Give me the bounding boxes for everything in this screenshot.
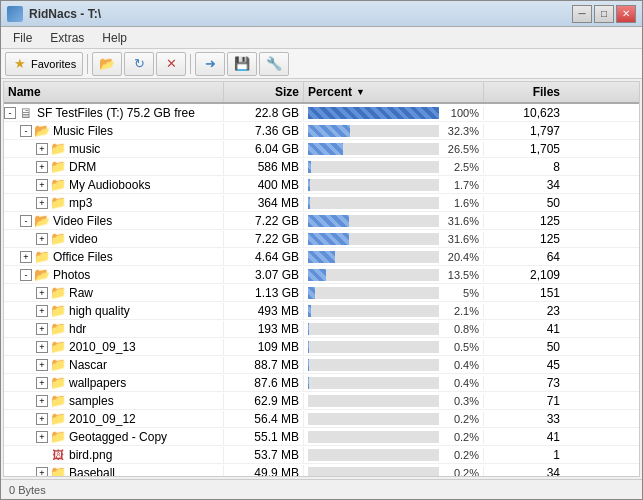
row-percent: 5% bbox=[304, 286, 484, 300]
table-row[interactable]: +📁2010_09_1256.4 MB0.2%33 bbox=[4, 410, 639, 428]
row-files: 50 bbox=[484, 195, 564, 211]
save-button[interactable]: 💾 bbox=[227, 52, 257, 76]
tree-expander[interactable]: + bbox=[36, 467, 48, 478]
row-files: 33 bbox=[484, 411, 564, 427]
tree-expander[interactable]: + bbox=[36, 179, 48, 191]
tree-expander[interactable]: + bbox=[36, 161, 48, 173]
percent-bar-fill bbox=[308, 251, 335, 263]
menu-file[interactable]: File bbox=[5, 29, 40, 47]
row-percent: 0.4% bbox=[304, 358, 484, 372]
menu-extras[interactable]: Extras bbox=[42, 29, 92, 47]
percent-text: 2.1% bbox=[443, 305, 479, 317]
refresh-icon: ↻ bbox=[131, 56, 147, 72]
row-label: Video Files bbox=[53, 214, 112, 228]
tree-expander[interactable]: + bbox=[36, 197, 48, 209]
header-percent[interactable]: Percent ▼ bbox=[304, 82, 484, 102]
stop-button[interactable]: ✕ bbox=[156, 52, 186, 76]
tree-expander[interactable]: + bbox=[36, 143, 48, 155]
drive-icon: 🖥 bbox=[18, 107, 34, 119]
row-files: 125 bbox=[484, 231, 564, 247]
row-percent: 26.5% bbox=[304, 142, 484, 156]
settings-button[interactable]: 🔧 bbox=[259, 52, 289, 76]
tree-expander[interactable]: - bbox=[20, 215, 32, 227]
row-size: 1.13 GB bbox=[224, 285, 304, 301]
percent-text: 0.4% bbox=[443, 377, 479, 389]
row-size: 49.9 MB bbox=[224, 465, 304, 478]
tree-expander[interactable]: - bbox=[20, 125, 32, 137]
row-size: 6.04 GB bbox=[224, 141, 304, 157]
table-row[interactable]: +📁Nascar88.7 MB0.4%45 bbox=[4, 356, 639, 374]
table-row[interactable]: +📁DRM586 MB2.5%8 bbox=[4, 158, 639, 176]
tree-expander[interactable]: + bbox=[36, 233, 48, 245]
percent-bar-fill bbox=[308, 341, 309, 353]
percent-text: 0.2% bbox=[443, 467, 479, 478]
rows-container: -🖥SF TestFiles (T:) 75.2 GB free22.8 GB1… bbox=[4, 104, 639, 477]
header-files[interactable]: Files bbox=[484, 82, 564, 102]
app-icon bbox=[7, 6, 23, 22]
row-percent: 2.1% bbox=[304, 304, 484, 318]
percent-text: 0.2% bbox=[443, 413, 479, 425]
percent-text: 0.3% bbox=[443, 395, 479, 407]
tree-expander[interactable]: + bbox=[36, 395, 48, 407]
tree-expander[interactable]: - bbox=[20, 269, 32, 281]
table-row[interactable]: +📁Raw1.13 GB5%151 bbox=[4, 284, 639, 302]
table-row[interactable]: -🖥SF TestFiles (T:) 75.2 GB free22.8 GB1… bbox=[4, 104, 639, 122]
table-row[interactable]: +📁video7.22 GB31.6%125 bbox=[4, 230, 639, 248]
percent-bar-fill bbox=[308, 215, 349, 227]
minimize-button[interactable]: ─ bbox=[572, 5, 592, 23]
close-button[interactable]: ✕ bbox=[616, 5, 636, 23]
table-row[interactable]: 🖼bird.png53.7 MB0.2%1 bbox=[4, 446, 639, 464]
header-size[interactable]: Size bbox=[224, 82, 304, 102]
percent-bar bbox=[308, 359, 439, 371]
percent-bar bbox=[308, 269, 439, 281]
menu-help[interactable]: Help bbox=[94, 29, 135, 47]
table-row[interactable]: +📁mp3364 MB1.6%50 bbox=[4, 194, 639, 212]
row-size: 7.22 GB bbox=[224, 213, 304, 229]
table-row[interactable]: +📁high quality493 MB2.1%23 bbox=[4, 302, 639, 320]
header-name[interactable]: Name bbox=[4, 82, 224, 102]
tree-expander[interactable]: + bbox=[36, 431, 48, 443]
status-bar: 0 Bytes bbox=[1, 479, 642, 499]
table-row[interactable]: -📂Music Files7.36 GB32.3%1,797 bbox=[4, 122, 639, 140]
open-folder-button[interactable]: 📂 bbox=[92, 52, 122, 76]
tree-expander[interactable]: + bbox=[36, 323, 48, 335]
tree-expander[interactable]: + bbox=[36, 305, 48, 317]
percent-text: 1.7% bbox=[443, 179, 479, 191]
folder-icon: 📁 bbox=[50, 143, 66, 155]
table-row[interactable]: +📁wallpapers87.6 MB0.4%73 bbox=[4, 374, 639, 392]
percent-bar-fill bbox=[308, 233, 349, 245]
table-row[interactable]: +📁samples62.9 MB0.3%71 bbox=[4, 392, 639, 410]
percent-text: 31.6% bbox=[443, 233, 479, 245]
forward-button[interactable]: ➜ bbox=[195, 52, 225, 76]
table-row[interactable]: -📂Photos3.07 GB13.5%2,109 bbox=[4, 266, 639, 284]
row-percent: 2.5% bbox=[304, 160, 484, 174]
table-row[interactable]: +📁hdr193 MB0.8%41 bbox=[4, 320, 639, 338]
row-size: 7.22 GB bbox=[224, 231, 304, 247]
table-row[interactable]: +📁Office Files4.64 GB20.4%64 bbox=[4, 248, 639, 266]
table-row[interactable]: +📁My Audiobooks400 MB1.7%34 bbox=[4, 176, 639, 194]
folder-icon: 📁 bbox=[50, 377, 66, 389]
row-percent: 0.4% bbox=[304, 376, 484, 390]
tree-panel[interactable]: Name Size Percent ▼ Files -🖥SF TestFiles… bbox=[3, 81, 640, 477]
percent-bar bbox=[308, 323, 439, 335]
row-size: 493 MB bbox=[224, 303, 304, 319]
tree-expander[interactable]: + bbox=[36, 413, 48, 425]
tree-expander[interactable]: + bbox=[36, 341, 48, 353]
tree-expander[interactable]: - bbox=[4, 107, 16, 119]
row-label: Geotagged - Copy bbox=[69, 430, 167, 444]
table-row[interactable]: -📂Video Files7.22 GB31.6%125 bbox=[4, 212, 639, 230]
maximize-button[interactable]: □ bbox=[594, 5, 614, 23]
favorites-button[interactable]: ★ Favorites bbox=[5, 52, 83, 76]
tree-expander[interactable]: + bbox=[36, 359, 48, 371]
table-row[interactable]: +📁Geotagged - Copy55.1 MB0.2%41 bbox=[4, 428, 639, 446]
row-label: Music Files bbox=[53, 124, 113, 138]
table-row[interactable]: +📁Baseball49.9 MB0.2%34 bbox=[4, 464, 639, 477]
row-percent: 0.8% bbox=[304, 322, 484, 336]
tree-expander[interactable]: + bbox=[36, 377, 48, 389]
tree-expander[interactable]: + bbox=[20, 251, 32, 263]
refresh-button[interactable]: ↻ bbox=[124, 52, 154, 76]
table-row[interactable]: +📁2010_09_13109 MB0.5%50 bbox=[4, 338, 639, 356]
table-row[interactable]: +📁music6.04 GB26.5%1,705 bbox=[4, 140, 639, 158]
percent-bar bbox=[308, 341, 439, 353]
tree-expander[interactable]: + bbox=[36, 287, 48, 299]
